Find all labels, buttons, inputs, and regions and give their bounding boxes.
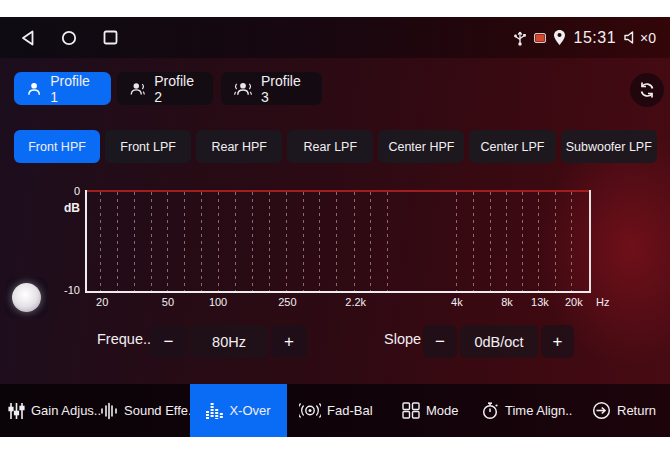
- x-tick-label: 250: [278, 296, 296, 308]
- gridline: [473, 192, 474, 291]
- slope-plus-button[interactable]: +: [541, 325, 574, 358]
- gridline: [387, 192, 388, 291]
- volume-muted-indicator: ×0: [623, 30, 656, 46]
- gain-sliders-icon: [8, 402, 25, 420]
- y-tick-minus10: -10: [50, 284, 80, 296]
- gridline: [506, 192, 507, 291]
- tab-rear-lpf[interactable]: Rear LPF: [287, 130, 373, 163]
- status-bar: 15:31 ×0: [0, 17, 670, 58]
- gridline: [490, 192, 491, 291]
- home-icon[interactable]: [61, 30, 77, 46]
- gridline: [167, 192, 168, 291]
- response-curve-line: [87, 190, 589, 192]
- gridline: [522, 192, 523, 291]
- sound-wave-bars-icon: [100, 402, 118, 420]
- volume-level: ×0: [640, 30, 656, 46]
- gridline: [538, 192, 539, 291]
- sd-card-icon: [534, 33, 546, 43]
- gridline: [184, 192, 185, 291]
- gridline: [252, 192, 253, 291]
- gridline: [269, 192, 270, 291]
- tab-subwoofer-lpf[interactable]: Subwoofer LPF: [561, 130, 657, 163]
- fader-balance-speaker-icon: [299, 402, 321, 419]
- slope-value: 0dB/oct: [460, 325, 538, 358]
- location-pin-icon: [553, 29, 566, 46]
- slope-minus-button[interactable]: −: [423, 325, 457, 358]
- frequency-label: Freque..: [97, 331, 151, 347]
- plot-area[interactable]: [85, 190, 591, 293]
- return-arrow-circle-icon: [592, 401, 611, 420]
- equalizer-bars-icon: [206, 403, 223, 419]
- nav-x-over[interactable]: X-Over: [190, 384, 287, 437]
- frequency-minus-button[interactable]: −: [150, 325, 187, 358]
- gridline: [100, 192, 101, 291]
- y-tick-0: 0: [58, 185, 80, 197]
- tab-front-lpf-label: Front LPF: [120, 140, 176, 154]
- clock-time: 15:31: [573, 29, 616, 47]
- x-tick-label: 20: [96, 296, 108, 308]
- x-axis-ticks: 20501002502.2k4k8k13k20k: [85, 296, 591, 310]
- gridline: [336, 192, 337, 291]
- tab-center-hpf-label: Center HPF: [388, 140, 454, 154]
- nav-mode-label: Mode: [426, 403, 459, 418]
- tab-profile-2-label: Profile 2: [154, 73, 201, 105]
- adjust-knob[interactable]: [5, 277, 48, 318]
- back-icon[interactable]: [20, 30, 35, 46]
- nav-return-label: Return: [617, 403, 656, 418]
- tab-profile-1-label: Profile 1: [50, 73, 99, 105]
- nav-sound-effects[interactable]: Sound Effe..: [100, 384, 195, 437]
- tab-profile-3[interactable]: Profile 3: [221, 72, 322, 105]
- tab-profile-2[interactable]: Profile 2: [117, 72, 213, 105]
- x-tick-label: 13k: [531, 296, 549, 308]
- gridline: [235, 192, 236, 291]
- x-tick-label: 20k: [565, 296, 583, 308]
- tab-rear-lpf-label: Rear LPF: [304, 140, 358, 154]
- frequency-value: 80Hz: [190, 325, 268, 358]
- gridline: [286, 192, 287, 291]
- usb-icon: [513, 29, 527, 47]
- tab-front-hpf[interactable]: Front HPF: [14, 130, 100, 163]
- tab-profile-3-label: Profile 3: [261, 73, 310, 105]
- crossover-filter-tabs: Front HPF Front LPF Rear HPF Rear LPF Ce…: [14, 130, 657, 163]
- tab-rear-hpf[interactable]: Rear HPF: [196, 130, 282, 163]
- slope-label: Slope: [384, 331, 421, 347]
- refresh-button[interactable]: [630, 73, 664, 107]
- gridline: [354, 192, 355, 291]
- nav-gain-adjust-label: Gain Adjus..: [31, 403, 101, 418]
- gridline: [571, 192, 572, 291]
- nav-x-over-label: X-Over: [229, 403, 270, 418]
- x-tick-label: 4k: [451, 296, 463, 308]
- gridline: [117, 192, 118, 291]
- nav-sound-effects-label: Sound Effe..: [124, 403, 195, 418]
- person-single-icon: [26, 81, 42, 97]
- mode-grid-squares-icon: [402, 402, 420, 419]
- gridline: [303, 192, 304, 291]
- gridline: [151, 192, 152, 291]
- nav-gain-adjust[interactable]: Gain Adjus..: [8, 384, 101, 437]
- frequency-plus-button[interactable]: +: [271, 325, 307, 358]
- y-axis-unit-label: dB: [54, 201, 80, 215]
- gridline: [134, 192, 135, 291]
- bottom-nav-bar: Gain Adjus.. Sound Effe.. X-Over Fad-Ba: [0, 384, 670, 437]
- person-triple-icon: [233, 81, 253, 97]
- nav-fad-bal[interactable]: Fad-Bal: [299, 384, 373, 437]
- stopwatch-icon: [481, 402, 499, 420]
- tab-front-lpf[interactable]: Front LPF: [105, 130, 191, 163]
- x-axis-unit-label: Hz: [596, 296, 609, 308]
- nav-time-align-label: Time Align..: [505, 403, 572, 418]
- tab-center-lpf[interactable]: Center LPF: [469, 130, 555, 163]
- x-tick-label: 50: [162, 296, 174, 308]
- nav-time-align[interactable]: Time Align..: [481, 384, 572, 437]
- tab-profile-1[interactable]: Profile 1: [14, 72, 111, 105]
- x-tick-label: 8k: [501, 296, 513, 308]
- x-tick-label: 2.2k: [345, 296, 366, 308]
- nav-return[interactable]: Return: [592, 384, 656, 437]
- tab-center-lpf-label: Center LPF: [481, 140, 545, 154]
- tab-center-hpf[interactable]: Center HPF: [378, 130, 464, 163]
- nav-mode[interactable]: Mode: [402, 384, 459, 437]
- sync-arrows-icon: [637, 80, 657, 100]
- recents-icon[interactable]: [103, 30, 118, 45]
- gridline: [555, 192, 556, 291]
- nav-fad-bal-label: Fad-Bal: [327, 403, 373, 418]
- knob-ball-icon: [12, 283, 41, 312]
